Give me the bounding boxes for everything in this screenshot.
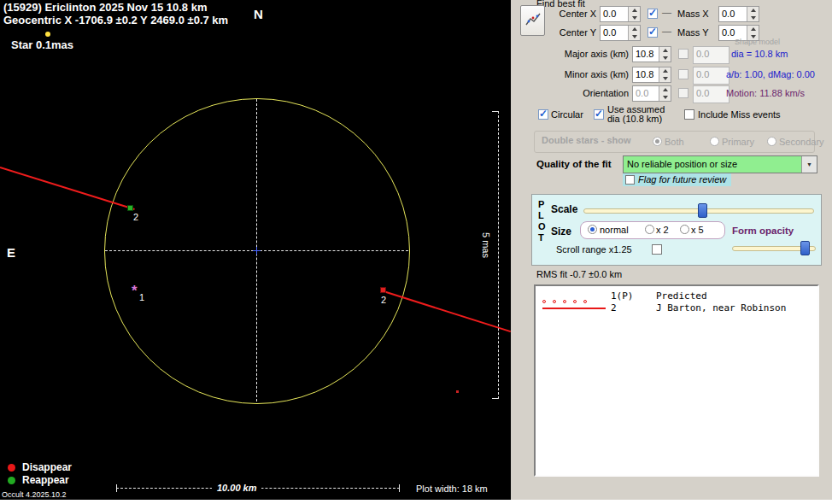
occult-app: (15929) Ericlinton 2025 Nov 15 10.8 km G… bbox=[0, 0, 832, 504]
size-radio-group: normal x 2 x 5 bbox=[580, 221, 725, 239]
spinner-arrows-icon[interactable] bbox=[628, 7, 640, 21]
orientation-checkbox bbox=[678, 88, 688, 98]
plot-width-label: Plot width: 18 km bbox=[416, 483, 488, 494]
center-cross-icon bbox=[253, 250, 261, 251]
size-x2-label: x 2 bbox=[656, 225, 669, 235]
size-normal-radio[interactable] bbox=[588, 225, 597, 234]
flag-review-checkbox[interactable] bbox=[625, 175, 635, 185]
east-label: E bbox=[7, 245, 15, 260]
spinner-arrows-icon[interactable] bbox=[628, 26, 640, 40]
double-stars-both-label: Both bbox=[665, 137, 684, 147]
north-label: N bbox=[254, 7, 263, 21]
center-x-label: Center X bbox=[548, 9, 596, 19]
minor-axis-spinner[interactable]: 10.8 bbox=[632, 67, 671, 83]
center-y-dash: — bbox=[662, 26, 671, 36]
orientation-spinner[interactable]: 0.0 bbox=[632, 85, 671, 102]
geocentric-coords: Geocentric X -1706.9 ±0.2 Y 2469.0 ±0.7 … bbox=[3, 14, 228, 26]
disappear-legend-dot bbox=[8, 464, 15, 472]
dropdown-arrow-icon[interactable] bbox=[801, 156, 817, 173]
major-axis-aux-field: 0.0 bbox=[693, 46, 729, 64]
find-best-fit-button[interactable] bbox=[520, 5, 545, 36]
observed-line-sample-icon bbox=[542, 308, 606, 309]
app-version-label: Occult 4.2025.10.2 bbox=[2, 490, 67, 499]
motion-readout: Motion: 11.88 km/s bbox=[726, 88, 805, 98]
center-x-dash: — bbox=[662, 7, 671, 17]
mas-scale-tick-bottom bbox=[492, 398, 499, 399]
center-y-spinner[interactable]: 0.0 bbox=[600, 25, 641, 41]
diameter-readout: dia = 10.8 km bbox=[731, 49, 788, 59]
spinner-arrows-icon[interactable] bbox=[659, 47, 671, 62]
spinner-arrows-icon[interactable] bbox=[659, 67, 671, 82]
mas-scale-tick-top bbox=[492, 111, 499, 112]
reappear-legend-label: Reappear bbox=[22, 474, 69, 486]
plot-letter-o: O bbox=[538, 221, 546, 231]
center-y-checkbox[interactable] bbox=[647, 27, 658, 38]
size-x5-label: x 5 bbox=[691, 225, 704, 235]
circular-label: Circular bbox=[551, 109, 583, 120]
orientation-label: Orientation bbox=[536, 88, 629, 98]
predicted-line-sample-icon bbox=[542, 295, 594, 305]
major-axis-spinner[interactable]: 10.8 bbox=[632, 46, 671, 62]
mas-scale-label: 5 mas bbox=[481, 232, 491, 258]
double-stars-both-radio bbox=[653, 137, 662, 146]
km-scale-label: 10.00 km bbox=[212, 483, 261, 493]
star-diameter-dot bbox=[45, 32, 50, 37]
list-item[interactable]: 2 J Barton, near Robinson bbox=[611, 302, 786, 314]
major-axis-label: Major axis (km) bbox=[536, 49, 629, 59]
stray-event-dot bbox=[456, 390, 459, 393]
include-miss-label: Include Miss events bbox=[698, 109, 781, 120]
use-assumed-dia-checkbox[interactable] bbox=[594, 109, 604, 120]
size-x5-radio[interactable] bbox=[680, 225, 689, 234]
size-normal-label: normal bbox=[600, 225, 629, 235]
mas-scale-line bbox=[498, 111, 499, 399]
shape-model-label: Shape model bbox=[735, 38, 780, 46]
mass-x-spinner[interactable]: 0.0 bbox=[718, 6, 759, 22]
circular-checkbox[interactable] bbox=[538, 109, 548, 120]
opacity-slider-thumb[interactable] bbox=[800, 241, 810, 255]
mass-y-label: Mass Y bbox=[677, 27, 708, 38]
include-miss-checkbox[interactable] bbox=[684, 109, 694, 120]
star-size-label: Star 0.1mas bbox=[11, 38, 73, 51]
km-scale-tick-left bbox=[116, 484, 117, 492]
observer-list[interactable]: 1(P) Predicted 2 J Barton, near Robinson bbox=[534, 284, 819, 477]
scroll-range-checkbox[interactable] bbox=[652, 244, 662, 255]
flag-review-row[interactable]: Flag for future review bbox=[623, 173, 731, 186]
fit-control-panel: Find best fit Center X 0.0 — Mass X 0.0 bbox=[511, 0, 832, 500]
center-y-label: Center Y bbox=[548, 27, 596, 38]
double-stars-title: Double stars - show bbox=[542, 135, 631, 145]
chord-number-label: 2 bbox=[133, 212, 138, 222]
center-x-checkbox[interactable] bbox=[647, 9, 658, 19]
spinner-arrows-icon[interactable] bbox=[659, 86, 671, 101]
plot-letter-p: P bbox=[538, 199, 544, 209]
quality-of-fit-label: Quality of the fit bbox=[536, 159, 612, 169]
plot-title: (15929) Ericlinton 2025 Nov 15 10.8 km bbox=[3, 1, 207, 14]
plot-options-box: P L O T Scale Size normal x 2 x 5 Form o… bbox=[531, 194, 822, 266]
plot-letter-t: T bbox=[538, 232, 544, 243]
double-stars-secondary-radio bbox=[767, 137, 776, 146]
scroll-range-label: Scroll range x1.25 bbox=[556, 244, 632, 255]
disappear-marker[interactable] bbox=[380, 287, 386, 293]
flag-review-label: Flag for future review bbox=[638, 174, 726, 185]
predicted-marker-label: 1 bbox=[139, 292, 144, 302]
chord-line-left bbox=[0, 167, 135, 210]
scale-label: Scale bbox=[551, 203, 577, 215]
reappear-legend-dot bbox=[8, 477, 15, 484]
double-stars-primary-radio bbox=[710, 137, 719, 146]
reappear-marker[interactable] bbox=[127, 205, 133, 211]
minor-axis-aux-field: 0.0 bbox=[693, 67, 729, 85]
form-opacity-label: Form opacity bbox=[732, 226, 794, 236]
quality-of-fit-dropdown[interactable]: No reliable position or size bbox=[623, 155, 817, 173]
fit-chart-icon bbox=[524, 11, 542, 30]
minor-axis-checkbox bbox=[678, 69, 688, 79]
plot-letter-l: L bbox=[538, 210, 544, 220]
orientation-aux-field: 0.0 bbox=[693, 85, 729, 103]
occultation-plot-canvas[interactable]: (15929) Ericlinton 2025 Nov 15 10.8 km G… bbox=[0, 0, 511, 500]
use-assumed-label-2: dia (10.8 km) bbox=[607, 114, 662, 124]
scale-slider-thumb[interactable] bbox=[698, 203, 707, 218]
spinner-arrows-icon[interactable] bbox=[747, 7, 759, 21]
chord-line-right bbox=[384, 290, 511, 332]
size-x2-radio[interactable] bbox=[645, 225, 654, 234]
list-item[interactable]: 1(P) Predicted bbox=[611, 290, 707, 302]
double-stars-secondary-label: Secondary bbox=[779, 137, 824, 147]
center-x-spinner[interactable]: 0.0 bbox=[600, 6, 641, 22]
